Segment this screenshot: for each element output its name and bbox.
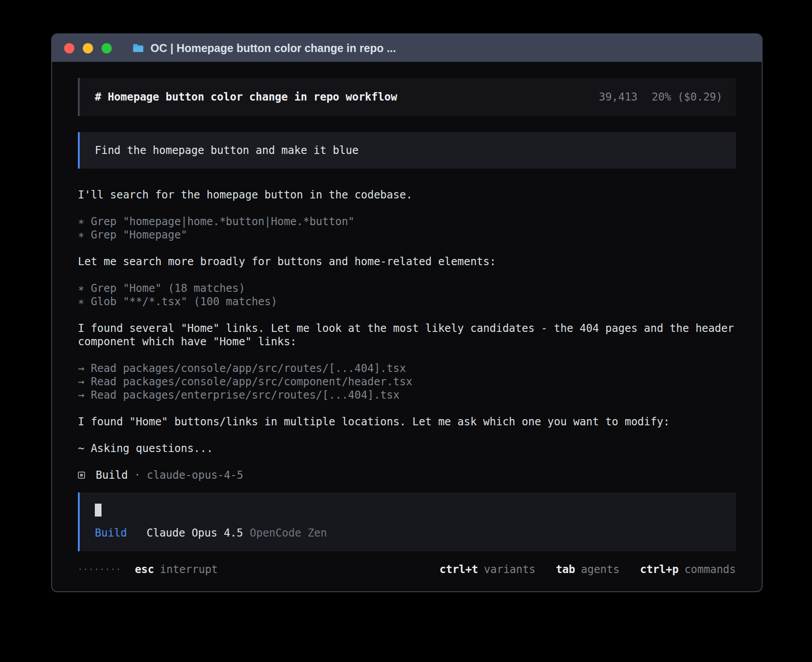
zoom-button[interactable]: [102, 43, 112, 53]
shortcut-label: commands: [684, 563, 736, 576]
tool-call-group: ∗ Grep "homepage|home.*button|Home.*butt…: [78, 215, 736, 242]
prompt-input[interactable]: Build Claude Opus 4.5 OpenCode Zen: [78, 492, 736, 551]
status-text: ~ Asking questions...: [78, 442, 736, 455]
token-count: 39,413: [599, 90, 637, 104]
square-dot-icon: [78, 472, 85, 479]
spinner-dots: ········: [78, 563, 122, 576]
shortcut-key: tab: [556, 563, 575, 576]
shortcut-variants: ctrl+t variants: [439, 563, 535, 576]
agent-mode-label: Build: [95, 526, 127, 540]
tool-call-line: → Read packages/enterprise/src/routes/[.…: [78, 388, 736, 402]
input-status-bar: Build Claude Opus 4.5 OpenCode Zen: [95, 526, 723, 540]
esc-key-hint: esc: [135, 563, 154, 576]
user-message-text: Find the homepage button and make it blu…: [95, 144, 358, 157]
assistant-text: I'll search for the homepage button in t…: [78, 188, 736, 202]
shortcut-commands: ctrl+p commands: [640, 563, 736, 576]
tool-call-group: ∗ Grep "Home" (18 matches) ∗ Glob "**/*.…: [78, 282, 736, 308]
shortcut-label: variants: [484, 563, 536, 576]
session-stats: 39,413 20% ($0.29): [599, 90, 723, 104]
window-titlebar[interactable]: OC | Homepage button color change in rep…: [52, 34, 762, 62]
session-header: # Homepage button color change in repo w…: [78, 78, 736, 116]
tool-call-line: → Read packages/console/app/src/componen…: [78, 375, 736, 388]
session-title: # Homepage button color change in repo w…: [95, 90, 397, 104]
shortcut-label: agents: [581, 563, 620, 576]
titlebar-title-group: OC | Homepage button color change in rep…: [132, 42, 396, 55]
close-button[interactable]: [64, 43, 74, 53]
provider-label: OpenCode Zen: [250, 526, 327, 540]
input-line: [95, 503, 723, 517]
shortcut-agents: tab agents: [556, 563, 620, 576]
user-message: Find the homepage button and make it blu…: [78, 132, 736, 169]
shortcut-key: ctrl+p: [640, 563, 679, 576]
tool-call-line: ∗ Grep "homepage|home.*button|Home.*butt…: [78, 215, 736, 228]
assistant-text: I found "Home" buttons/links in multiple…: [78, 415, 736, 428]
assistant-text: I found several "Home" links. Let me loo…: [78, 322, 736, 348]
assistant-text: Let me search more broadly for buttons a…: [78, 255, 736, 268]
agent-status-line: Build · claude-opus-4-5: [78, 468, 736, 482]
terminal-content: # Homepage button color change in repo w…: [52, 62, 762, 591]
tool-call-line: → Read packages/console/app/src/routes/[…: [78, 362, 736, 375]
agent-separator: ·: [134, 468, 140, 482]
tool-call-line: ∗ Grep "Homepage": [78, 228, 736, 242]
tool-call-line: ∗ Glob "**/*.tsx" (100 matches): [78, 295, 736, 308]
tool-call-line: ∗ Grep "Home" (18 matches): [78, 282, 736, 295]
terminal-window: OC | Homepage button color change in rep…: [51, 33, 763, 592]
traffic-lights: [64, 43, 112, 53]
folder-icon: [132, 43, 144, 53]
model-label: Claude Opus 4.5: [146, 526, 243, 540]
text-cursor: [95, 504, 102, 517]
context-usage: 20% ($0.29): [652, 90, 723, 104]
status-bar-right: ctrl+t variants tab agents ctrl+p comman…: [439, 563, 736, 576]
esc-key-label: interrupt: [160, 563, 218, 576]
status-bar: ········ esc interrupt ctrl+t variants t…: [78, 563, 736, 576]
agent-model: claude-opus-4-5: [147, 468, 244, 482]
window-title: OC | Homepage button color change in rep…: [150, 42, 396, 55]
assistant-response: I'll search for the homepage button in t…: [78, 188, 736, 482]
agent-name: Build: [96, 468, 128, 482]
tool-call-group: → Read packages/console/app/src/routes/[…: [78, 362, 736, 402]
shortcut-key: ctrl+t: [439, 563, 478, 576]
minimize-button[interactable]: [83, 43, 93, 53]
status-bar-left: ········ esc interrupt: [78, 563, 218, 576]
